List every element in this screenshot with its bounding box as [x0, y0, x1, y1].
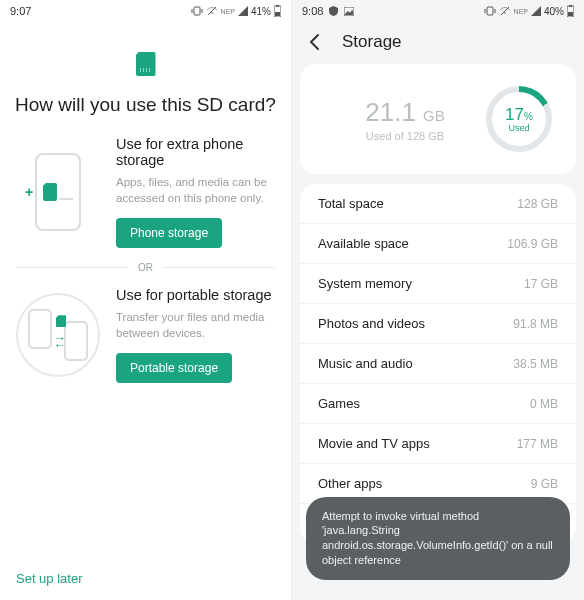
svg-rect-7 [275, 12, 280, 16]
option-portable-storage: →← Use for portable storage Transfer you… [0, 287, 291, 383]
status-bar: 9:07 NEP 41% [0, 0, 291, 22]
storage-row-value: 17 GB [524, 277, 558, 291]
storage-row-value: 0 MB [530, 397, 558, 411]
storage-row-label: Games [318, 396, 360, 411]
option-desc: Transfer your files and media between de… [116, 309, 275, 341]
storage-row-label: Available space [318, 236, 409, 251]
portable-storage-illustration: →← [16, 287, 100, 383]
storage-row[interactable]: System memory17 GB [300, 264, 576, 304]
usage-summary-card: 21.1 GB Used of 128 GB 17% Used [300, 64, 576, 174]
clock: 9:07 [10, 5, 31, 17]
option-title: Use for extra phone storage [116, 136, 275, 168]
storage-row-value: 177 MB [517, 437, 558, 451]
phone-storage-illustration: + [16, 136, 100, 248]
storage-row-value: 91.8 MB [513, 317, 558, 331]
portable-storage-button[interactable]: Portable storage [116, 353, 232, 383]
picture-icon [344, 7, 354, 16]
storage-row[interactable]: Games0 MB [300, 384, 576, 424]
usage-amount: 21.1 GB [324, 97, 486, 128]
storage-screen: 9:08 NEP 40% [292, 0, 584, 600]
signal-icon [531, 6, 541, 16]
screen-title: Storage [342, 32, 402, 52]
storage-row-value: 106.9 GB [507, 237, 558, 251]
svg-rect-6 [276, 5, 279, 7]
svg-rect-0 [194, 7, 200, 15]
shield-icon [329, 6, 338, 16]
usage-subtext: Used of 128 GB [324, 130, 486, 142]
back-icon[interactable] [306, 33, 324, 51]
storage-row-label: Total space [318, 196, 384, 211]
usage-percent-label: Used [505, 123, 533, 133]
network-label: NEP [514, 8, 528, 15]
clock: 9:08 [302, 5, 323, 17]
storage-row[interactable]: Total space128 GB [300, 184, 576, 224]
storage-row-value: 128 GB [517, 197, 558, 211]
wifi-off-icon [499, 6, 511, 16]
storage-row-value: 9 GB [531, 477, 558, 491]
status-bar: 9:08 NEP 40% [292, 0, 584, 22]
usage-percent: 17% [505, 105, 533, 125]
storage-row[interactable]: Music and audio38.5 MB [300, 344, 576, 384]
battery-text: 41% [251, 6, 271, 17]
vibrate-icon [484, 6, 496, 16]
storage-row-label: Photos and videos [318, 316, 425, 331]
battery-icon [567, 5, 574, 17]
error-toast: Attempt to invoke virtual method 'java.l… [306, 497, 570, 580]
phone-storage-button[interactable]: Phone storage [116, 218, 222, 248]
sd-card-icon [136, 52, 156, 76]
storage-row-value: 38.5 MB [513, 357, 558, 371]
or-divider: OR [16, 262, 275, 273]
app-bar: Storage [292, 22, 584, 64]
svg-rect-15 [569, 5, 572, 7]
storage-breakdown-list: Total space128 GBAvailable space106.9 GB… [300, 184, 576, 543]
signal-icon [238, 6, 248, 16]
network-label: NEP [221, 8, 235, 15]
storage-row-label: Music and audio [318, 356, 413, 371]
vibrate-icon [191, 6, 203, 16]
set-up-later-link[interactable]: Set up later [16, 571, 83, 586]
usage-ring: 17% Used [486, 86, 552, 152]
storage-row[interactable]: Movie and TV apps177 MB [300, 424, 576, 464]
option-phone-storage: + Use for extra phone storage Apps, file… [0, 136, 291, 248]
storage-row[interactable]: Photos and videos91.8 MB [300, 304, 576, 344]
svg-rect-16 [568, 12, 573, 16]
wifi-off-icon [206, 6, 218, 16]
battery-text: 40% [544, 6, 564, 17]
sd-card-setup-screen: 9:07 NEP 41% How will you use this SD ca… [0, 0, 292, 600]
option-desc: Apps, files, and media can be accessed o… [116, 174, 275, 206]
svg-rect-9 [487, 7, 493, 15]
storage-row-label: Movie and TV apps [318, 436, 430, 451]
storage-row[interactable]: Available space106.9 GB [300, 224, 576, 264]
page-title: How will you use this SD card? [0, 94, 291, 136]
or-label: OR [138, 262, 153, 273]
battery-icon [274, 5, 281, 17]
storage-row-label: System memory [318, 276, 412, 291]
option-title: Use for portable storage [116, 287, 275, 303]
storage-row-label: Other apps [318, 476, 382, 491]
